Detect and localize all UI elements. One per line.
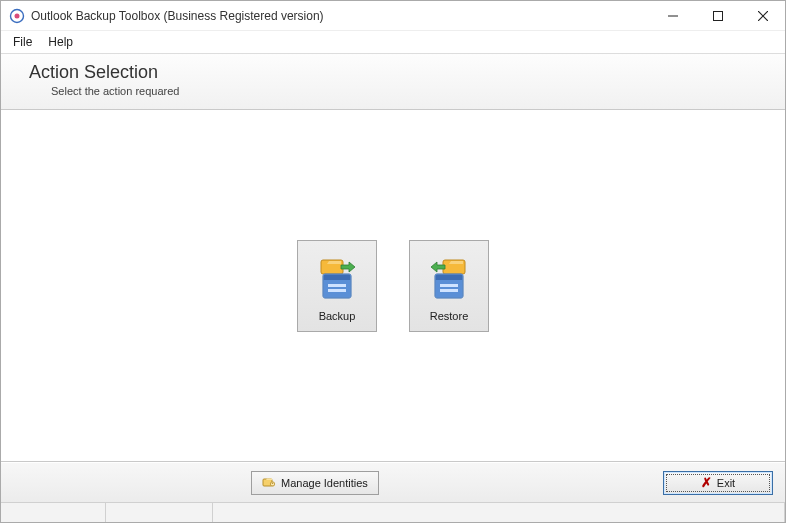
svg-rect-14 [435,274,463,280]
footer: Manage Identities ✗ Exit [1,462,785,502]
svg-point-20 [272,482,274,484]
svg-point-1 [15,13,20,18]
page-subtitle: Select the action requared [51,85,769,97]
backup-icon [313,256,361,304]
manage-identities-label: Manage Identities [281,477,368,489]
page-title: Action Selection [29,62,769,83]
svg-rect-10 [328,289,346,292]
status-cell [1,503,106,522]
status-cell [213,503,785,522]
app-icon [9,8,25,24]
svg-rect-16 [440,289,458,292]
svg-rect-9 [328,284,346,287]
svg-rect-8 [323,274,351,280]
backup-button[interactable]: Backup [297,240,377,332]
exit-icon: ✗ [701,475,712,490]
minimize-button[interactable] [650,1,695,30]
menubar: File Help [1,31,785,53]
window-title: Outlook Backup Toolbox (Business Registe… [31,9,324,23]
svg-rect-15 [440,284,458,287]
titlebar: Outlook Backup Toolbox (Business Registe… [1,1,785,31]
manage-identities-button[interactable]: Manage Identities [251,471,379,495]
status-cell [106,503,213,522]
menu-help[interactable]: Help [40,33,81,51]
header-panel: Action Selection Select the action requa… [1,53,785,110]
restore-button[interactable]: Restore [409,240,489,332]
backup-label: Backup [319,310,356,322]
main-area: Backup Restore [1,110,785,462]
menu-file[interactable]: File [5,33,40,51]
svg-rect-3 [713,11,722,20]
identities-icon [262,476,276,490]
restore-icon [425,256,473,304]
window-controls [650,1,785,30]
exit-button[interactable]: ✗ Exit [663,471,773,495]
maximize-button[interactable] [695,1,740,30]
exit-label: Exit [717,477,735,489]
close-button[interactable] [740,1,785,30]
restore-label: Restore [430,310,469,322]
statusbar [1,502,785,522]
